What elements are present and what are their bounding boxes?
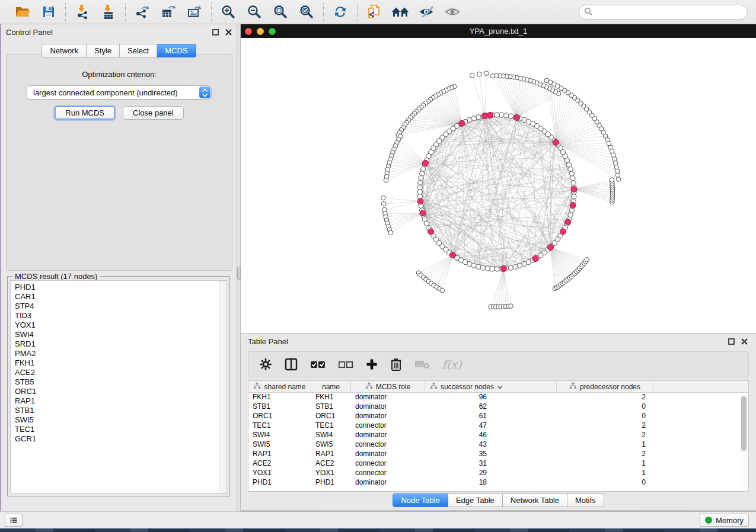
column-header-successor-nodes[interactable]: successor nodes bbox=[425, 381, 557, 392]
result-node-item[interactable]: TEC1 bbox=[15, 425, 219, 434]
column-header-predecessor-nodes[interactable]: predecessor nodes bbox=[557, 381, 653, 392]
result-list-scrollbar[interactable] bbox=[219, 281, 227, 493]
network-window-titlebar[interactable]: YPA_prune.txt_1 bbox=[241, 24, 756, 38]
table-row[interactable]: ORC1ORC1dominator610 bbox=[248, 412, 748, 421]
import-network-icon[interactable] bbox=[74, 4, 91, 20]
window-zoom-traffic-light[interactable] bbox=[269, 28, 276, 35]
close-icon[interactable] bbox=[225, 28, 232, 36]
duplicate-network-icon[interactable] bbox=[365, 4, 383, 20]
cell-succ: 96 bbox=[425, 393, 557, 402]
refresh-icon[interactable] bbox=[331, 4, 349, 20]
result-node-item[interactable]: SWI5 bbox=[15, 415, 219, 425]
tab-network-table[interactable]: Network Table bbox=[503, 493, 567, 507]
result-node-item[interactable]: ORC1 bbox=[15, 387, 219, 396]
zoom-in-icon[interactable] bbox=[219, 4, 237, 20]
cell-shared: RAP1 bbox=[248, 450, 311, 459]
table-row[interactable]: TEC1TEC1connector472 bbox=[248, 421, 748, 431]
cell-succ: 35 bbox=[425, 450, 557, 459]
save-icon[interactable] bbox=[40, 4, 58, 20]
cell-shared: FKH1 bbox=[248, 393, 311, 402]
tab-edge-table[interactable]: Edge Table bbox=[448, 493, 503, 507]
gear-icon[interactable] bbox=[259, 358, 272, 371]
result-node-item[interactable]: PHD1 bbox=[15, 283, 219, 292]
table-row[interactable]: YOX1YOX1connector291 bbox=[248, 469, 748, 478]
export-image-icon[interactable] bbox=[186, 4, 203, 20]
column-header-MCDS-role[interactable]: MCDS role bbox=[351, 381, 425, 392]
zoom-fit-icon[interactable] bbox=[272, 4, 289, 20]
export-table-icon[interactable] bbox=[160, 4, 177, 20]
trash-icon[interactable] bbox=[390, 358, 402, 371]
zoom-out-icon[interactable] bbox=[245, 4, 263, 20]
hide-eye-icon[interactable] bbox=[417, 4, 435, 20]
split-panel-icon[interactable] bbox=[285, 358, 298, 371]
node-table-header: shared namenameMCDS rolesuccessor nodesp… bbox=[248, 381, 748, 393]
float-window-icon[interactable] bbox=[212, 28, 219, 36]
tab-mcds[interactable]: MCDS bbox=[157, 44, 196, 57]
column-header-label: MCDS role bbox=[376, 383, 411, 391]
table-row[interactable]: RAP1RAP1dominator352 bbox=[248, 450, 748, 459]
tab-motifs[interactable]: Motifs bbox=[567, 493, 604, 507]
mcds-result-list[interactable]: PHD1CAR1STP4TID3YOX1SWI4SRD1PMA2FKH1ACE2… bbox=[10, 280, 227, 493]
uncheck-all-icon[interactable] bbox=[338, 360, 353, 369]
result-node-item[interactable]: RAP1 bbox=[15, 396, 219, 406]
close-icon[interactable] bbox=[741, 338, 748, 345]
table-row[interactable]: STB1STB1dominator620 bbox=[248, 402, 748, 412]
open-folder-icon[interactable] bbox=[14, 4, 31, 20]
memory-button[interactable]: Memory bbox=[700, 514, 749, 527]
table-scrollbar[interactable] bbox=[741, 394, 747, 489]
result-node-item[interactable]: GCR1 bbox=[15, 434, 219, 444]
tab-network[interactable]: Network bbox=[42, 44, 87, 57]
table-row[interactable]: SWI5SWI5connector431 bbox=[248, 440, 748, 450]
table-row[interactable]: ACE2ACE2connector311 bbox=[248, 459, 748, 469]
plus-icon[interactable] bbox=[366, 358, 378, 370]
float-window-icon[interactable] bbox=[728, 338, 735, 345]
tab-style[interactable]: Style bbox=[87, 44, 120, 57]
fx-icon: f(x) bbox=[442, 358, 462, 371]
delete-table-icon bbox=[414, 359, 430, 370]
cell-succ: 46 bbox=[425, 431, 557, 440]
tab-node-table[interactable]: Node Table bbox=[393, 493, 448, 507]
run-mcds-button[interactable]: Run MCDS bbox=[55, 106, 115, 120]
column-header-name[interactable]: name bbox=[311, 381, 351, 392]
network-canvas[interactable] bbox=[241, 38, 756, 333]
check-all-icon[interactable] bbox=[310, 360, 326, 369]
node-table-body: FKH1FKH1dominator962STB1STB1dominator620… bbox=[248, 393, 748, 488]
houses-icon[interactable] bbox=[391, 4, 409, 20]
column-header-shared-name[interactable]: shared name bbox=[248, 381, 311, 392]
toolbar-group bbox=[126, 4, 211, 20]
table-row[interactable]: SWI4SWI4dominator462 bbox=[248, 431, 748, 440]
close-panel-button[interactable]: Close panel bbox=[123, 106, 184, 120]
cell-role: connector bbox=[351, 459, 425, 469]
result-node-item[interactable]: PMA2 bbox=[15, 349, 219, 358]
search-box[interactable] bbox=[579, 5, 748, 20]
window-close-traffic-light[interactable] bbox=[245, 28, 252, 35]
result-node-item[interactable]: SWI4 bbox=[15, 330, 219, 339]
search-input[interactable] bbox=[595, 6, 747, 18]
result-node-item[interactable]: ACE2 bbox=[15, 368, 219, 377]
result-node-item[interactable]: YOX1 bbox=[15, 321, 219, 330]
cell-pred: 0 bbox=[557, 412, 653, 421]
cell-pred: 2 bbox=[557, 431, 653, 440]
import-table-icon[interactable] bbox=[100, 4, 117, 20]
tab-select[interactable]: Select bbox=[120, 44, 157, 57]
table-row[interactable]: FKH1FKH1dominator962 bbox=[248, 393, 748, 402]
node-table[interactable]: shared namenameMCDS rolesuccessor nodesp… bbox=[248, 380, 749, 492]
task-history-button[interactable] bbox=[5, 514, 23, 527]
cell-shared: ACE2 bbox=[248, 459, 311, 469]
cell-role: connector bbox=[351, 440, 425, 450]
result-node-item[interactable]: TID3 bbox=[15, 311, 219, 321]
window-minimize-traffic-light[interactable] bbox=[257, 28, 264, 35]
result-node-item[interactable]: SRD1 bbox=[15, 339, 219, 349]
table-row[interactable]: PHD1PHD1dominator180 bbox=[248, 478, 748, 488]
result-node-item[interactable]: STB5 bbox=[15, 377, 219, 387]
result-node-item[interactable]: FKH1 bbox=[15, 358, 219, 368]
zoom-selected-icon[interactable] bbox=[298, 4, 315, 20]
cell-name: STB1 bbox=[311, 402, 351, 412]
table-scrollbar-thumb[interactable] bbox=[741, 396, 747, 451]
result-node-item[interactable]: STB1 bbox=[15, 406, 219, 415]
result-node-item[interactable]: STP4 bbox=[15, 302, 219, 311]
control-panel-titlebar: Control Panel bbox=[1, 24, 237, 40]
optimization-criterion-dropdown[interactable]: largest connected component (undirected) bbox=[27, 85, 212, 100]
export-network-icon[interactable] bbox=[133, 4, 151, 20]
result-node-item[interactable]: CAR1 bbox=[15, 292, 219, 302]
